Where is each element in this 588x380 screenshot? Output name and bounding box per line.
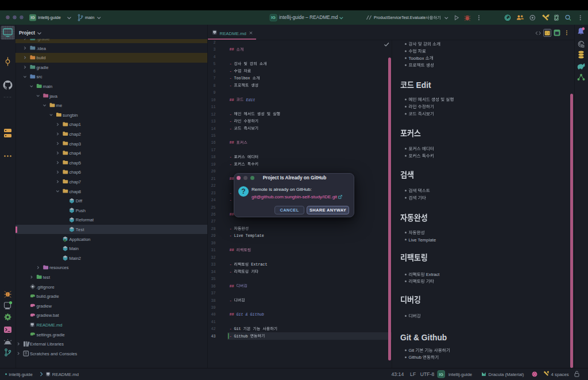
svg-text:Test: Test <box>76 227 85 232</box>
svg-text:&: & <box>413 333 419 342</box>
svg-text:gradlew: gradlew <box>36 304 52 309</box>
svg-text:sungbin: sungbin <box>63 113 78 118</box>
svg-text:##: ## <box>229 98 234 102</box>
svg-text:19: 19 <box>211 162 216 167</box>
svg-text:Toolbox: Toolbox <box>234 76 250 80</box>
svg-text:main: main <box>43 84 53 89</box>
svg-text:Edit: Edit <box>246 98 255 102</box>
svg-text:ProductServiceTest.Evaluate: ProductServiceTest.Evaluate <box>374 16 425 20</box>
svg-text:-: - <box>229 298 231 303</box>
svg-text:IG: IG <box>271 15 276 20</box>
svg-text:-: - <box>229 262 231 267</box>
svg-text:Extract: Extract <box>251 262 267 267</box>
svg-text:30: 30 <box>211 241 216 245</box>
svg-text:6: 6 <box>214 69 216 74</box>
svg-text:25: 25 <box>211 205 216 210</box>
svg-text:-: - <box>229 233 231 238</box>
svg-text:Github: Github <box>409 355 421 360</box>
svg-text:.idea: .idea <box>36 46 46 51</box>
svg-text:Scratches: Scratches <box>30 351 49 356</box>
svg-text:README.md: README.md <box>220 31 246 36</box>
svg-text:3: 3 <box>214 47 216 52</box>
svg-text:resources: resources <box>49 265 69 270</box>
svg-text:43:14: 43:14 <box>392 371 404 377</box>
svg-text:-: - <box>229 69 231 74</box>
svg-text:37: 37 <box>211 291 216 295</box>
svg-text:-: - <box>229 198 231 202</box>
svg-text:chap3: chap3 <box>69 141 81 147</box>
svg-text:17: 17 <box>211 148 216 152</box>
svg-text:24: 24 <box>211 198 216 202</box>
svg-text:test: test <box>43 275 51 280</box>
svg-text:35: 35 <box>211 277 216 281</box>
svg-text:IG: IG <box>30 15 35 20</box>
svg-text:9: 9 <box>214 90 216 95</box>
svg-text:-: - <box>229 327 231 331</box>
svg-text:src: src <box>36 74 42 79</box>
svg-text:14: 14 <box>211 126 216 131</box>
svg-text:Github: Github <box>234 334 247 339</box>
svg-text:chap5: chap5 <box>69 160 81 166</box>
svg-text:Push: Push <box>76 208 86 213</box>
svg-text:Consoles: Consoles <box>59 351 78 356</box>
svg-text:12: 12 <box>211 112 216 117</box>
svg-text:chap8: chap8 <box>69 189 81 194</box>
svg-text:Template: Template <box>418 237 436 243</box>
svg-text:Libraries: Libraries <box>47 341 64 347</box>
svg-text:-: - <box>229 112 231 117</box>
svg-text:-: - <box>229 334 231 339</box>
svg-text:spaces: spaces <box>555 372 569 377</box>
svg-text:(Material): (Material) <box>505 372 524 377</box>
svg-text:-: - <box>229 191 231 195</box>
svg-text:-: - <box>229 162 231 167</box>
svg-text:22: 22 <box>211 183 216 188</box>
svg-text:5: 5 <box>214 62 216 66</box>
svg-text:32: 32 <box>211 255 216 260</box>
svg-text:##: ## <box>229 140 234 145</box>
svg-text:intellij-guide: intellij-guide <box>38 15 61 20</box>
svg-text:4: 4 <box>214 55 216 59</box>
svg-text:42: 42 <box>211 327 216 331</box>
svg-text:20: 20 <box>211 169 216 174</box>
svg-text:README.md: README.md <box>310 14 338 20</box>
svg-text:Git: Git <box>409 348 415 353</box>
svg-text:##: ## <box>229 47 234 52</box>
svg-text:Edit: Edit <box>416 81 431 90</box>
svg-text:Git: Git <box>400 333 412 342</box>
svg-text:27: 27 <box>211 219 216 224</box>
svg-text:34: 34 <box>211 270 216 274</box>
svg-text:Toolbox: Toolbox <box>409 56 424 61</box>
svg-text:31: 31 <box>211 248 216 252</box>
svg-text:gradlew.bat: gradlew.bat <box>36 313 59 318</box>
svg-text:7: 7 <box>214 76 216 80</box>
svg-text:15: 15 <box>211 133 216 138</box>
svg-text:26: 26 <box>211 212 216 217</box>
svg-text:-: - <box>229 76 231 80</box>
svg-text:8: 8 <box>214 83 216 88</box>
svg-text:29: 29 <box>211 233 216 238</box>
svg-text:README.md: README.md <box>36 323 62 328</box>
svg-text:build: build <box>36 55 45 60</box>
svg-text:Git: Git <box>237 312 243 317</box>
svg-text:IG: IG <box>439 373 444 377</box>
svg-text:main: main <box>85 15 94 20</box>
svg-text:java: java <box>49 94 58 99</box>
svg-text:28: 28 <box>211 227 216 231</box>
svg-text:36: 36 <box>211 284 216 289</box>
svg-text:40: 40 <box>211 312 216 317</box>
svg-text:-: - <box>229 119 231 124</box>
svg-text:Template: Template <box>246 233 264 238</box>
svg-text:Project: Project <box>19 30 35 36</box>
svg-text:chap6: chap6 <box>69 170 81 175</box>
svg-text:10: 10 <box>211 98 216 102</box>
svg-text:Github: Github <box>250 312 264 317</box>
svg-text:##: ## <box>229 248 234 252</box>
svg-text:chap7: chap7 <box>69 179 81 185</box>
svg-text:43: 43 <box>211 334 216 339</box>
svg-text:gradle: gradle <box>36 65 48 70</box>
svg-text:Dracula: Dracula <box>489 372 505 377</box>
svg-text:LF: LF <box>410 371 416 377</box>
svg-text:##: ## <box>229 312 234 317</box>
svg-text:-: - <box>229 227 231 231</box>
svg-text:Git: Git <box>234 327 241 331</box>
